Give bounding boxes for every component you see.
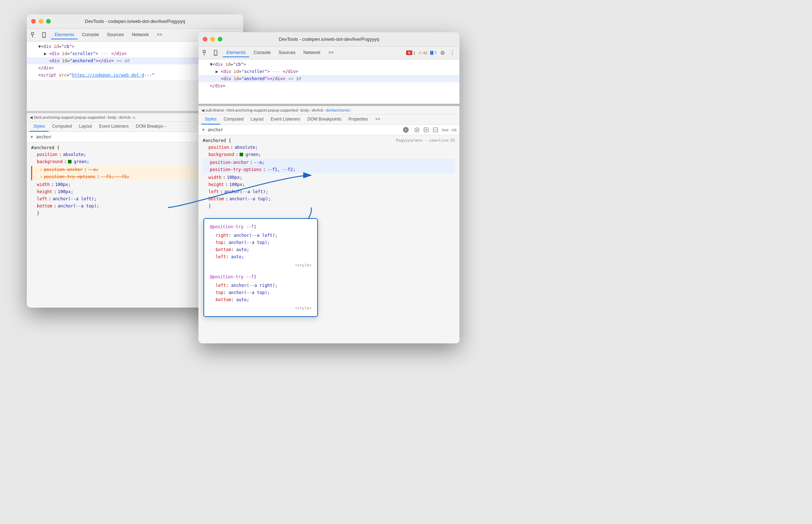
subtab-layout-2[interactable]: Layout [247,114,267,124]
breadcrumb-item[interactable]: body [108,115,116,119]
css-prop-line: height: 100px; [203,181,455,188]
tab-network-1[interactable]: Network [128,30,153,39]
inspect-icon[interactable] [30,31,38,39]
filter-input-1[interactable] [36,134,203,139]
devtools-body-2: Elements Console Sources Network >> ⊗ 1 … [198,46,459,343]
subtab-computed-1[interactable]: Computed [49,122,75,132]
close-button-1[interactable] [31,19,36,24]
css-rule-anchored-2: #anchored { Pogyyyq?ano···iew=live:55 po… [198,135,459,212]
tab-sources-2[interactable]: Sources [275,48,299,57]
warning-icon: ⚠ [40,166,43,173]
subtab-properties-2[interactable]: Properties [345,114,372,124]
maximize-button-2[interactable] [218,37,222,41]
subtab-dom-breakpoints-1[interactable]: DOM Breakpo··· [132,122,170,132]
color-swatch[interactable] [68,160,72,163]
window-title-2: DevTools - codepen.io/web-dot-dev/live/P… [279,36,379,42]
tab-sources-1[interactable]: Sources [103,30,128,39]
subtab-event-listeners-2[interactable]: Event Listeners [267,114,304,124]
breadcrumb-item[interactable]: html.anchoring-support.popup-supported [34,115,105,119]
svg-point-10 [215,54,216,55]
color-swatch-2[interactable] [240,153,243,156]
inspect-icon-2[interactable] [201,49,210,57]
filter-bar-2: ▼ × :hov .cls [198,125,459,135]
position-try-prop-line: top: anchor(--a top); [216,239,311,246]
cls-btn-2[interactable]: .cls [451,128,457,132]
tab-console-1[interactable]: Console [78,30,103,39]
highlight-box-2: position-anchor: --a; position-try-optio… [203,159,455,173]
html-line[interactable]: ▶ <div id="scroller"> ··· </div> [198,68,459,75]
css-prop-line: width: 100px; [203,174,455,181]
position-try-prop-line: bottom: auto; [216,246,311,253]
minimize-button-1[interactable] [39,19,43,24]
subtab-styles-2[interactable]: Styles [201,114,220,124]
position-try-selector-2: @position-try --f2 [210,273,311,280]
toolbar-tabs-2: Elements Console Sources Network >> [223,48,337,57]
position-try-prop-line: left: anchor(--a right); [216,282,311,289]
window-title-1: DevTools - codepen.io/web-dot-dev/live/P… [85,19,185,24]
hov-btn-2[interactable]: :hov [441,128,449,132]
traffic-lights-2[interactable] [203,37,222,41]
position-try-rule-2: @position-try --f2 left: anchor(--a righ… [210,273,311,312]
tab-elements-2[interactable]: Elements [223,48,249,57]
breadcrumb-item[interactable]: c [133,115,135,119]
breadcrumb-item[interactable]: div#cb [119,115,131,119]
titlebar-2: DevTools - codepen.io/web-dot-dev/live/P… [198,32,459,46]
filter-input-2[interactable] [208,127,401,132]
error-badge: ⊗ 1 [406,50,415,55]
close-button-2[interactable] [203,37,207,41]
css-closing-brace-2: } [203,202,455,210]
subtab-layout-1[interactable]: Layout [75,122,95,132]
tab-more-2[interactable]: >> [325,48,337,57]
breadcrumb-item[interactable]: html.anchoring-support.popup-supported [227,108,298,112]
svg-rect-0 [31,33,34,35]
position-try-source-2[interactable]: <style> [210,305,311,312]
css-prop-line-highlighted: position-anchor: --a; [204,159,455,166]
breadcrumb-item[interactable]: body [300,108,309,112]
subtab-event-listeners-1[interactable]: Event Listeners [95,122,132,132]
tab-network-2[interactable]: Network [300,48,324,57]
css-prop-line: left: anchor(--a left); [203,188,455,195]
position-try-source-1[interactable]: <style> [210,262,311,269]
css-prop-line-highlighted: position-try-options: --f1, --f2; [204,166,455,173]
devtools-toolbar-2: Elements Console Sources Network >> ⊗ 1 … [198,46,459,59]
position-try-rule-1: @position-try --f1 right: anchor(--a lef… [210,223,311,269]
warning-badge: ⚠ 46 [418,50,427,55]
add-style-rule-icon[interactable] [423,126,430,133]
subtab-dom-breakpoints-2[interactable]: DOM Breakpoints [304,114,345,124]
svg-point-3 [44,36,44,37]
html-line[interactable]: ▼<div id="cb"> [198,61,459,68]
maximize-button-1[interactable] [46,19,51,24]
info-badge: ! 7 [430,51,437,55]
new-style-rule-icon-2[interactable] [413,126,420,133]
device-icon[interactable] [40,31,48,39]
more-options-icon[interactable]: ⋮ [448,49,457,56]
toolbar-badges: ⊗ 1 ⚠ 46 ! 7 [406,50,437,55]
tab-more-1[interactable]: >> [153,30,166,39]
position-try-prop-line: right: anchor(--a left); [216,232,311,239]
device-icon-2[interactable] [211,49,220,57]
tab-elements-1[interactable]: Elements [51,30,78,39]
css-selector-2: #anchored { [203,137,231,144]
css-selector: #anchored { [31,145,59,151]
elements-tree-panel-2: ▼<div id="cb"> ▶ <div id="scroller"> ···… [198,59,459,106]
subtab-computed-2[interactable]: Computed [220,114,247,124]
tab-console-2[interactable]: Console [250,48,274,57]
html-line-anchored-2[interactable]: <div id="anchored"></div> == $0 [198,75,459,82]
svg-rect-7 [203,50,205,53]
position-try-prop-line: top: anchor(--a top); [216,289,311,296]
position-try-popup: @position-try --f1 right: anchor(--a lef… [203,218,318,317]
breadcrumb-item[interactable]: div#cb [312,108,323,112]
settings-icon[interactable]: ⚙ [438,49,447,57]
filter-clear-2[interactable]: × [403,127,409,133]
subtab-styles-1[interactable]: Styles [30,122,49,132]
minimize-button-2[interactable] [210,37,215,41]
position-try-selector-1: @position-try --f1 [210,223,311,230]
css-prop-line: bottom: anchor(--a top); [203,195,455,202]
traffic-lights-1[interactable] [31,19,51,24]
toggle-styles-icon[interactable] [432,126,439,133]
html-line[interactable]: </div> [198,82,459,89]
breadcrumb-item-active[interactable]: div#anchored [326,108,349,112]
subtab-more-2[interactable]: >> [371,114,384,124]
breadcrumb-item[interactable]: sult-iframe [206,108,224,112]
source-ref-2[interactable]: Pogyyyq?ano···iew=live:55 [396,137,455,144]
